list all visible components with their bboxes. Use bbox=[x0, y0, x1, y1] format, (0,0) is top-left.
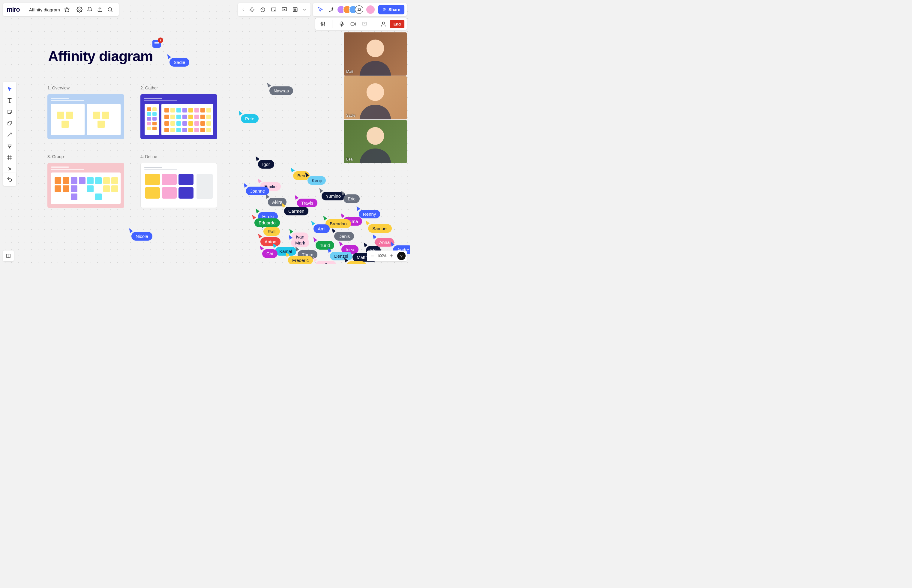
svg-rect-26 bbox=[341, 22, 342, 24]
svg-point-21 bbox=[321, 23, 322, 24]
cursor-label: Samuel bbox=[368, 224, 392, 233]
cursor-label: Denis bbox=[334, 232, 354, 241]
star-icon[interactable] bbox=[62, 5, 72, 15]
user-cursor: Chi bbox=[259, 246, 278, 258]
sticky-tool-icon[interactable] bbox=[3, 106, 16, 118]
board-actions-group bbox=[238, 3, 310, 16]
collab-group: 12 Share bbox=[313, 3, 407, 16]
svg-marker-0 bbox=[64, 7, 69, 12]
section-label[interactable]: 4. Define bbox=[140, 154, 157, 159]
lightning-icon[interactable] bbox=[247, 5, 257, 15]
user-cursor: Joanne bbox=[243, 183, 269, 195]
user-cursor: Frederic bbox=[285, 252, 313, 264]
help-button[interactable]: ? bbox=[397, 252, 405, 260]
svg-point-44 bbox=[366, 127, 384, 145]
zoom-out-button[interactable]: − bbox=[368, 252, 376, 260]
screen-icon[interactable] bbox=[268, 5, 279, 15]
shape-tool-icon[interactable] bbox=[3, 118, 16, 129]
search-icon[interactable] bbox=[105, 5, 115, 15]
top-bar-left: miro Affinity diagram bbox=[3, 3, 119, 16]
user-cursor: Victor bbox=[344, 257, 366, 264]
user-cursor: Sadie bbox=[166, 54, 189, 66]
canvas-title[interactable]: Affinity diagram bbox=[48, 48, 153, 65]
chevron-left-icon[interactable] bbox=[240, 8, 246, 11]
svg-point-31 bbox=[383, 22, 384, 24]
video-tile[interactable]: Sadie bbox=[344, 76, 407, 120]
user-cursor: Kenji bbox=[305, 172, 326, 185]
participants-icon[interactable] bbox=[378, 19, 389, 29]
cursor-label: Frederic bbox=[288, 256, 313, 264]
user-cursor: Nicole bbox=[128, 228, 152, 241]
top-bar-right: 12 Share bbox=[238, 3, 407, 16]
cursor-label: Victor bbox=[347, 261, 366, 264]
select-tool-icon[interactable] bbox=[3, 83, 16, 95]
panel-toggle-icon[interactable] bbox=[3, 250, 14, 261]
frame-tool-icon[interactable] bbox=[3, 152, 16, 163]
svg-rect-28 bbox=[351, 23, 354, 25]
timer-icon[interactable] bbox=[258, 5, 268, 15]
cursor-label: Nawras bbox=[270, 86, 293, 95]
reactions-icon[interactable] bbox=[326, 5, 336, 15]
svg-point-1 bbox=[79, 9, 80, 11]
list-icon[interactable] bbox=[290, 5, 300, 15]
side-toolbar bbox=[3, 82, 16, 176]
self-avatar[interactable] bbox=[366, 5, 375, 14]
cursor-label: Ami bbox=[313, 225, 330, 233]
svg-marker-12 bbox=[284, 9, 285, 10]
chevron-down-icon[interactable] bbox=[301, 8, 308, 11]
comment-count-badge: 2 bbox=[158, 37, 163, 43]
user-cursor: Eric bbox=[341, 191, 360, 203]
thumb-gather[interactable] bbox=[140, 94, 217, 139]
separator bbox=[332, 20, 333, 28]
participant-name: Matt bbox=[346, 69, 353, 74]
section-label[interactable]: 3. Group bbox=[47, 154, 64, 159]
cursor-label: Nicole bbox=[131, 232, 152, 241]
cursor-label: Eric bbox=[344, 194, 360, 203]
cursor-label: Pete bbox=[241, 114, 258, 123]
svg-line-34 bbox=[8, 133, 11, 137]
avatar-count: 12 bbox=[355, 5, 363, 14]
end-call-button[interactable]: End bbox=[390, 20, 404, 28]
user-cursor: Samuel bbox=[365, 220, 392, 233]
section-label[interactable]: 1. Overview bbox=[47, 86, 69, 90]
participant-name: Bea bbox=[346, 157, 352, 162]
undo-button[interactable] bbox=[3, 173, 16, 186]
present-icon[interactable] bbox=[279, 5, 289, 15]
user-cursor: Pete bbox=[238, 110, 258, 123]
svg-marker-5 bbox=[250, 7, 254, 12]
thumb-overview[interactable] bbox=[47, 94, 124, 139]
camera-icon[interactable] bbox=[348, 19, 358, 29]
text-tool-icon[interactable] bbox=[3, 95, 16, 106]
settings-icon[interactable] bbox=[74, 5, 85, 15]
user-cursor: Felipe bbox=[313, 257, 336, 264]
participant-name: Sadie bbox=[346, 113, 355, 118]
zoom-level[interactable]: 100% bbox=[376, 254, 387, 258]
export-icon[interactable] bbox=[95, 5, 105, 15]
share-label: Share bbox=[389, 7, 400, 12]
cursor-label: Igor bbox=[258, 160, 274, 169]
share-button[interactable]: Share bbox=[378, 5, 404, 15]
pen-tool-icon[interactable] bbox=[3, 141, 16, 152]
line-tool-icon[interactable] bbox=[3, 129, 16, 141]
avatar-stack[interactable]: 12 bbox=[337, 5, 363, 14]
cursor-tool-icon[interactable] bbox=[315, 5, 326, 15]
thumb-define[interactable] bbox=[140, 163, 217, 208]
comment-icon[interactable]: 2 bbox=[152, 40, 161, 48]
zoom-controls: − 100% + ? bbox=[367, 250, 407, 261]
board-title[interactable]: Affinity diagram bbox=[29, 7, 60, 12]
notifications-icon[interactable] bbox=[85, 5, 95, 15]
user-cursor: Ami bbox=[310, 221, 330, 233]
cursor-label: Sadie bbox=[169, 58, 189, 66]
user-cursor: Igor bbox=[255, 156, 274, 169]
thumb-group[interactable] bbox=[47, 163, 124, 208]
svg-point-43 bbox=[366, 83, 384, 101]
zoom-in-button[interactable]: + bbox=[387, 252, 395, 260]
video-tile[interactable]: Matt bbox=[344, 32, 407, 76]
svg-line-4 bbox=[111, 11, 113, 12]
microphone-icon[interactable] bbox=[337, 19, 347, 29]
section-label[interactable]: 2. Gather bbox=[140, 86, 158, 90]
sliders-icon[interactable] bbox=[318, 19, 328, 29]
share-screen-icon[interactable] bbox=[359, 19, 370, 29]
video-tile[interactable]: Bea bbox=[344, 120, 407, 163]
miro-logo[interactable]: miro bbox=[6, 6, 20, 13]
